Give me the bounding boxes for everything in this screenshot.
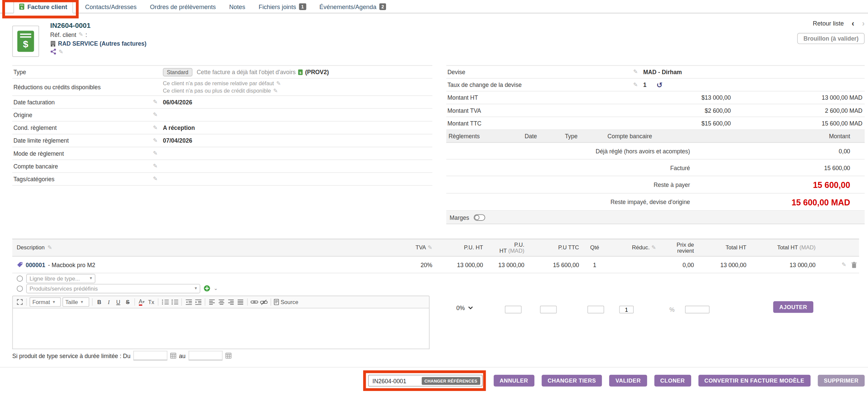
delete-button[interactable]: SUPPRIMER — [818, 375, 865, 387]
format-select[interactable]: Format▾ — [30, 297, 61, 307]
predefined-line-row: Produits/services prédéfinis▾ ⌄ — [12, 283, 859, 293]
change-thirdparty-button[interactable]: CHANGER TIERS — [541, 375, 602, 387]
edit-icon[interactable]: ✎ — [153, 176, 157, 182]
back-to-list-link[interactable]: Retour liste — [813, 20, 843, 27]
product-ref-link[interactable]: 000001 — [26, 262, 45, 268]
outdent-icon[interactable] — [185, 298, 192, 307]
change-references-button[interactable]: CHANGER RÉFÉRENCES — [422, 377, 480, 385]
prev-chevron-icon[interactable]: ‹ — [851, 21, 854, 26]
edit-icon[interactable]: ✎ — [276, 81, 281, 86]
amount-label: Montant TTC — [447, 120, 647, 126]
pu-ht-input[interactable] — [505, 306, 522, 313]
predefined-radio[interactable] — [17, 285, 23, 291]
align-left-icon[interactable] — [208, 298, 216, 307]
tab-evenements-agenda[interactable]: Événements/Agenda 2 — [318, 1, 388, 13]
align-right-icon[interactable] — [227, 298, 235, 307]
service-end-date-input[interactable] — [188, 351, 222, 360]
tab-notes[interactable]: Notes — [228, 1, 246, 13]
refresh-rate-icon[interactable]: ↺ — [656, 81, 662, 89]
action-bar: CHANGER RÉFÉRENCES ANNULER CHANGER TIERS… — [368, 375, 865, 387]
maximize-icon[interactable] — [16, 298, 24, 307]
payment-value: 0,00 — [690, 148, 865, 154]
tab-ordres-prelevements[interactable]: Ordres de prélèvements — [149, 1, 217, 13]
svg-text:$: $ — [23, 39, 29, 49]
edit-icon[interactable]: ✎ — [153, 151, 157, 156]
field-label: Compte bancaire — [13, 163, 153, 170]
service-duration-label: Si produit de type service à durée limit… — [12, 353, 130, 359]
indent-icon[interactable] — [194, 298, 202, 307]
service-start-date-input[interactable] — [133, 351, 167, 360]
editor-toolbar: Format▾ Taille▾ B I U S A▾ Tx — [12, 296, 430, 308]
free-line-type-select[interactable]: Ligne libre de type...▾ — [26, 274, 95, 283]
size-select[interactable]: Taille▾ — [62, 297, 89, 307]
pu-ttc-input[interactable] — [587, 306, 604, 313]
edit-icon[interactable]: ✎ — [651, 245, 656, 251]
italic-button[interactable]: I — [105, 298, 113, 307]
credit-note-link[interactable]: (PROV2) — [305, 68, 329, 75]
invoice-amounts-panel: Devise ✎ MAD - Dirham Taux de change de … — [446, 65, 865, 224]
calendar-icon[interactable] — [225, 353, 231, 358]
source-button[interactable]: Source — [274, 298, 299, 307]
tab-facture-client[interactable]: $ Facture client — [13, 1, 73, 13]
field-row-date-facturation: Date facturation ✎ 06/04/2026 — [12, 96, 432, 109]
chevron-down-icon[interactable]: ⌄ — [214, 286, 218, 291]
ordered-list-icon[interactable] — [161, 298, 169, 307]
underline-button[interactable]: U — [115, 298, 122, 307]
edit-icon[interactable]: ✎ — [153, 99, 157, 105]
edit-icon[interactable]: ✎ — [59, 49, 63, 54]
predefined-product-select[interactable]: Produits/services prédéfinis▾ — [26, 283, 200, 293]
cost-price-input[interactable] — [685, 306, 710, 313]
discount-text-1: Ce client n'a pas de remise relative par… — [163, 80, 274, 87]
edit-icon[interactable]: ✎ — [153, 163, 157, 169]
remain-value: 15 600,00 — [690, 180, 865, 189]
col-pu-ttc: P.U TTC — [528, 244, 582, 251]
thirdparty-link[interactable]: RAD SERVICE (Autres factures) — [58, 40, 146, 48]
delete-line-icon[interactable] — [851, 262, 857, 268]
edit-icon[interactable]: ✎ — [153, 112, 157, 118]
edit-icon[interactable]: ✎ — [633, 82, 638, 88]
add-line-button[interactable]: AJOUTER — [773, 301, 813, 313]
calendar-icon[interactable] — [170, 353, 176, 358]
link-icon[interactable] — [250, 298, 258, 307]
convert-to-template-button[interactable]: CONVERTIR EN FACTURE MODÈLE — [698, 375, 810, 387]
edit-icon[interactable]: ✎ — [79, 32, 83, 38]
vat-rate-select[interactable]: 0% — [456, 304, 473, 311]
bold-button[interactable]: B — [95, 298, 103, 307]
col-total-ht: Total HT — [697, 244, 749, 251]
pu-ht-mad-input[interactable] — [540, 306, 557, 313]
edit-line-icon[interactable]: ✎ — [841, 262, 846, 268]
validate-button[interactable]: VALIDER — [609, 375, 647, 387]
col-prix-de-revient: Prix de revient — [659, 241, 697, 254]
edit-icon[interactable]: ✎ — [633, 69, 638, 75]
edit-icon[interactable]: ✎ — [153, 125, 157, 130]
unlink-icon[interactable] — [260, 298, 268, 307]
field-label: Tags/catégories — [13, 176, 153, 183]
text-color-button[interactable]: A▾ — [138, 298, 146, 307]
edit-icon[interactable]: ✎ — [47, 245, 52, 251]
payments-row-facture: Facturé 15 600,00 — [446, 159, 865, 176]
qty-input[interactable] — [619, 306, 634, 313]
add-product-icon[interactable] — [204, 285, 211, 292]
field-label: Mode de règlement — [13, 150, 153, 157]
line-description-editor: Format▾ Taille▾ B I U S A▾ Tx — [12, 296, 430, 349]
align-center-icon[interactable] — [217, 298, 225, 307]
cancel-button[interactable]: ANNULER — [493, 375, 534, 387]
free-line-radio[interactable] — [17, 275, 23, 281]
col-montant: Montant — [761, 133, 865, 140]
margins-toggle[interactable] — [474, 214, 485, 220]
remove-format-button[interactable]: Tx — [147, 298, 155, 307]
tab-contacts-adresses[interactable]: Contacts/Adresses — [84, 1, 137, 13]
tab-fichiers-joints[interactable]: Fichiers joints 1 — [257, 1, 307, 13]
field-label: Date facturation — [13, 99, 153, 105]
align-justify-icon[interactable] — [237, 298, 244, 307]
clone-button[interactable]: CLONER — [654, 375, 691, 387]
field-row-tags: Tags/catégories ✎ — [12, 173, 432, 186]
bullet-list-icon[interactable] — [171, 298, 179, 307]
description-textarea[interactable] — [12, 308, 430, 349]
edit-icon[interactable]: ✎ — [428, 245, 432, 251]
tab-bar: $ Facture client Contacts/Adresses Ordre… — [0, 0, 868, 13]
edit-icon[interactable]: ✎ — [273, 88, 278, 94]
strikethrough-button[interactable]: S — [124, 298, 131, 307]
project-share-icon[interactable] — [50, 49, 56, 55]
edit-icon[interactable]: ✎ — [153, 138, 157, 144]
